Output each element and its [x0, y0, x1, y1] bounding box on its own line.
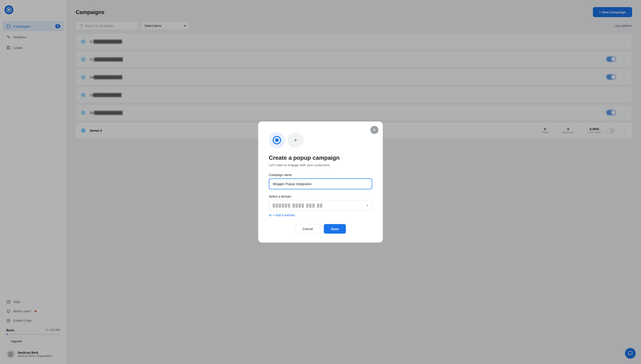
modal-plus-icon: +	[288, 132, 304, 148]
add-website-label: + Add a website	[273, 213, 295, 217]
add-website-link[interactable]: ⊕ + Add a website	[269, 213, 372, 217]
svg-point-13	[275, 138, 279, 142]
modal-title: Create a popup campaign	[269, 154, 372, 161]
select-domain-label: Select a domain	[269, 195, 372, 198]
domain-dropdown[interactable]: ██████ ████ ███ ██ ▾	[269, 200, 372, 211]
save-button[interactable]: Save	[324, 224, 346, 234]
campaign-name-label: Campaign name	[269, 173, 372, 177]
domain-value: ██████ ████ ███ ██	[273, 204, 366, 207]
modal-subtitle: Let's start to engage with your customer…	[269, 163, 372, 167]
close-button[interactable]: ×	[370, 126, 378, 134]
modal-logo	[269, 132, 285, 148]
plus-icon: ⊕	[269, 213, 272, 217]
modal-icons: +	[269, 132, 372, 148]
cancel-button[interactable]: Cancel	[295, 224, 320, 234]
create-campaign-modal: × + Create a popup campaign Let's start …	[258, 122, 383, 242]
modal-overlay: × + Create a popup campaign Let's start …	[0, 0, 641, 364]
modal-actions: Cancel Save	[269, 224, 372, 234]
domain-chevron-icon: ▾	[366, 203, 368, 207]
campaign-name-input[interactable]	[269, 178, 372, 189]
